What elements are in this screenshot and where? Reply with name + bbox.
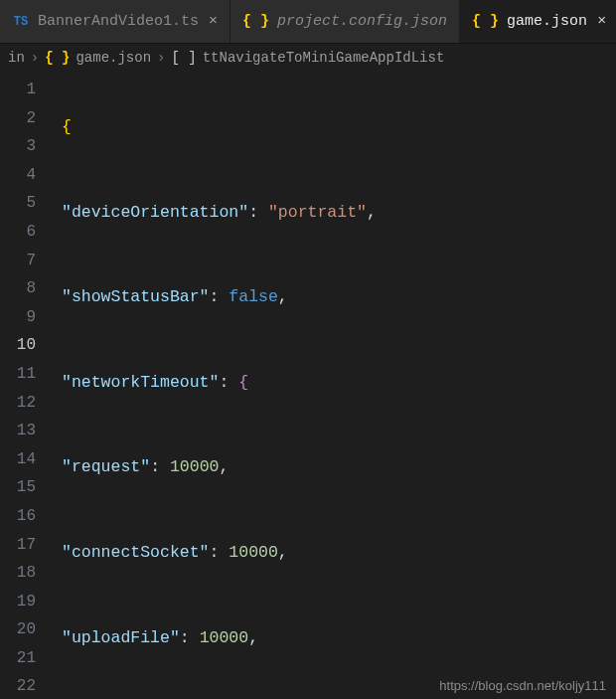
braces-icon: { }: [45, 50, 70, 66]
line-number: 8: [0, 274, 52, 303]
line-number: 19: [0, 588, 52, 616]
line-number: 2: [0, 104, 52, 133]
line-number: 10: [0, 331, 52, 360]
code-editor[interactable]: 1 2 3 4 5 6 7 8 9 10 11 12 13 14 15 16 1…: [0, 72, 616, 699]
line-number: 15: [0, 473, 52, 502]
line-number: 16: [0, 502, 52, 531]
code-line: {: [52, 113, 616, 142]
code-line: "request": 10000,: [52, 453, 616, 482]
tab-label: BannerAndVideo1.ts: [38, 13, 199, 30]
tab-bar: TS BannerAndVideo1.ts × { } project.conf…: [0, 0, 616, 44]
line-number: 7: [0, 247, 52, 275]
tab-project-config[interactable]: { } project.config.json: [231, 0, 460, 43]
line-number: 5: [0, 189, 52, 218]
line-number: 14: [0, 445, 52, 474]
line-number: 22: [0, 672, 52, 699]
ts-icon: TS: [12, 13, 30, 31]
code-area[interactable]: { "deviceOrientation": "portrait", "show…: [52, 72, 616, 699]
braces-icon: { }: [242, 13, 269, 30]
line-number: 3: [0, 132, 52, 161]
line-number: 17: [0, 531, 52, 560]
line-number: 1: [0, 76, 52, 104]
breadcrumb-file[interactable]: game.json: [76, 50, 151, 66]
breadcrumb-segment: in: [8, 50, 25, 66]
tab-game-json[interactable]: { } game.json ×: [460, 0, 616, 43]
breadcrumb-node[interactable]: ttNavigateToMiniGameAppIdList: [203, 50, 445, 66]
chevron-right-icon: ›: [31, 50, 39, 66]
brackets-icon: [ ]: [171, 50, 196, 66]
tab-label: project.config.json: [277, 13, 447, 30]
line-number: 21: [0, 644, 52, 673]
line-number: 20: [0, 615, 52, 644]
line-number: 11: [0, 360, 52, 389]
line-number: 13: [0, 417, 52, 445]
watermark: https://blog.csdn.net/koljy111: [439, 678, 606, 693]
tab-banner-and-video[interactable]: TS BannerAndVideo1.ts ×: [0, 0, 231, 43]
code-line: "deviceOrientation": "portrait",: [52, 199, 616, 228]
line-number: 12: [0, 389, 52, 418]
close-icon[interactable]: ×: [209, 13, 218, 30]
line-number: 9: [0, 303, 52, 332]
line-number: 6: [0, 218, 52, 247]
code-line: "uploadFile": 10000,: [52, 624, 616, 653]
braces-icon: { }: [472, 13, 499, 30]
code-line: "showStatusBar": false,: [52, 283, 616, 312]
line-number-gutter: 1 2 3 4 5 6 7 8 9 10 11 12 13 14 15 16 1…: [0, 72, 52, 699]
breadcrumb[interactable]: in › { } game.json › [ ] ttNavigateToMin…: [0, 44, 616, 72]
tab-label: game.json: [507, 13, 587, 30]
code-line: "connectSocket": 10000,: [52, 539, 616, 568]
line-number: 18: [0, 559, 52, 588]
close-icon[interactable]: ×: [597, 13, 606, 30]
code-line: "networkTimeout": {: [52, 369, 616, 398]
line-number: 4: [0, 161, 52, 190]
chevron-right-icon: ›: [157, 50, 165, 66]
